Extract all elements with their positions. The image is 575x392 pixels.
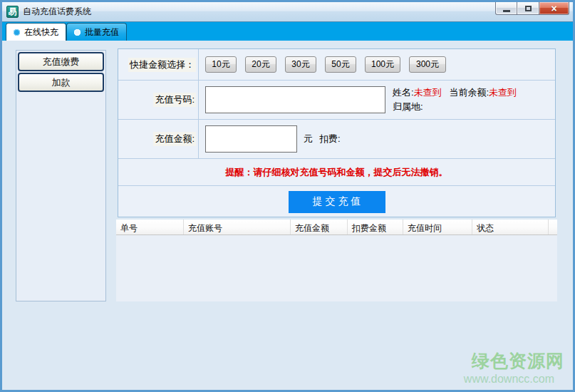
close-button[interactable]: ×	[539, 2, 569, 15]
balance-value: 未查到	[489, 87, 517, 98]
name-value: 未查到	[414, 87, 442, 98]
maximize-button[interactable]	[517, 2, 539, 15]
close-icon: ×	[551, 4, 556, 14]
main-content: 充值缴费 加款 快捷金额选择： 10元 20元 30元 50元 100元 300…	[2, 41, 573, 390]
column-status[interactable]: 状态	[472, 220, 549, 234]
orders-table: 单号 充值账号 充值金额 扣费金额 充值时间 状态	[116, 220, 557, 301]
tab-dot-icon	[74, 29, 81, 36]
amount-300-button[interactable]: 300元	[409, 56, 446, 73]
amount-unit-label: 元	[304, 133, 313, 145]
tab-label: 批量充值	[85, 26, 119, 38]
amount-50-button[interactable]: 50元	[325, 56, 356, 73]
column-order-no[interactable]: 单号	[116, 220, 184, 234]
submit-row: 提 交 充 值	[118, 186, 555, 217]
phone-number-row: 充值号码: 姓名:未查到 当前余额:未查到 归属地:	[118, 81, 555, 120]
title-bar: 易 自动充值话费系统	[2, 2, 573, 21]
tab-label: 在线快充	[24, 26, 58, 38]
column-filler	[549, 220, 557, 234]
caption-buttons: ×	[495, 2, 569, 15]
reminder-text: 提醒：请仔细核对充值号码和金额，提交后无法撤销。	[226, 166, 448, 179]
phone-number-input[interactable]	[205, 86, 385, 113]
name-label: 姓名:	[393, 87, 414, 98]
amount-100-button[interactable]: 100元	[365, 56, 400, 73]
minimize-icon	[503, 10, 510, 12]
app-logo-icon: 易	[6, 6, 19, 18]
column-fee[interactable]: 扣费金额	[348, 220, 403, 234]
quick-amount-row: 快捷金额选择： 10元 20元 30元 50元 100元 300元	[118, 49, 555, 81]
watermark-title: 绿色资源网	[464, 349, 564, 373]
window-title: 自动充值话费系统	[23, 6, 91, 18]
orders-table-body	[116, 235, 557, 301]
tab-dot-icon	[14, 29, 20, 36]
app-window: 易 自动充值话费系统 × 在线快充 批量充值 充值缴费 加款	[0, 0, 575, 392]
submit-recharge-button[interactable]: 提 交 充 值	[289, 191, 385, 213]
orders-table-header: 单号 充值账号 充值金额 扣费金额 充值时间 状态	[116, 220, 557, 235]
fee-label: 扣费:	[319, 133, 341, 145]
column-time[interactable]: 充值时间	[403, 220, 472, 234]
reminder-row: 提醒：请仔细核对充值号码和金额，提交后无法撤销。	[118, 159, 555, 186]
watermark-url: www.downcc.com	[464, 373, 554, 386]
column-amount[interactable]: 充值金额	[291, 220, 348, 234]
amount-10-button[interactable]: 10元	[205, 56, 237, 73]
sidebar-panel: 充值缴费 加款	[16, 50, 106, 301]
tab-batch-recharge[interactable]: 批量充值	[66, 23, 127, 41]
recharge-form: 快捷金额选择： 10元 20元 30元 50元 100元 300元 充值号码:	[118, 48, 556, 217]
balance-label: 当前余额:	[449, 87, 489, 98]
site-watermark: 绿色资源网 www.downcc.com	[464, 349, 564, 386]
amount-row: 充值金额: 元 扣费:	[118, 120, 555, 159]
recharge-pay-button[interactable]: 充值缴费	[18, 52, 104, 71]
phone-number-label: 充值号码:	[153, 93, 196, 107]
region-label: 归属地:	[393, 101, 423, 112]
column-account[interactable]: 充值账号	[184, 220, 291, 234]
amount-label: 充值金额:	[153, 132, 196, 146]
tab-strip: 在线快充 批量充值	[2, 21, 573, 41]
amount-20-button[interactable]: 20元	[245, 56, 276, 73]
amount-30-button[interactable]: 30元	[285, 56, 316, 73]
maximize-icon	[525, 6, 532, 11]
amount-input[interactable]	[205, 125, 297, 153]
add-funds-button[interactable]: 加款	[18, 73, 104, 92]
tab-online-recharge[interactable]: 在线快充	[6, 23, 66, 41]
minimize-button[interactable]	[495, 2, 517, 15]
quick-amount-label: 快捷金额选择：	[128, 58, 196, 72]
phone-lookup-info: 姓名:未查到 当前余额:未查到 归属地:	[393, 86, 517, 114]
